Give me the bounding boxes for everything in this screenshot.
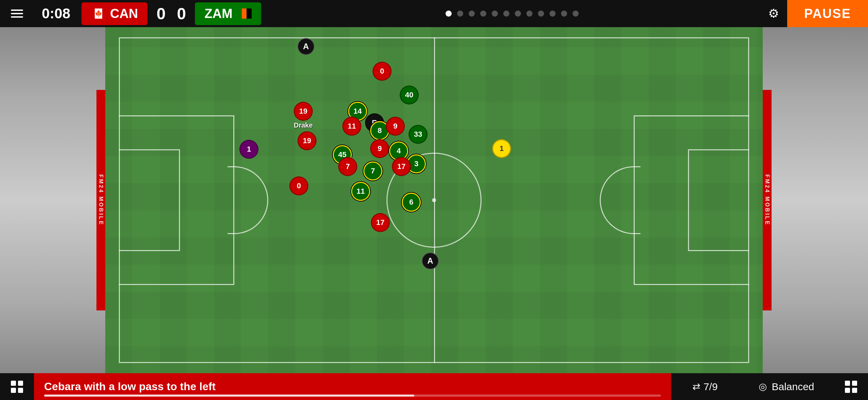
player-drake-label: Drake	[294, 121, 313, 129]
bottom-right-button[interactable]	[834, 373, 868, 400]
left-ad-text: FM24 MOBILE	[98, 174, 104, 226]
player-6-green[interactable]: 6	[402, 193, 421, 212]
player-11-green[interactable]: 11	[351, 182, 370, 201]
center-dot	[432, 198, 436, 202]
player-17-red-top[interactable]: 17	[392, 157, 411, 176]
home-team-badge[interactable]: CAN	[82, 2, 147, 25]
substitution-count[interactable]: ⇄ 7/9	[671, 381, 739, 393]
svg-rect-2	[11, 388, 16, 393]
dot-9	[549, 11, 556, 17]
svg-rect-1	[18, 381, 23, 386]
pause-button[interactable]: PAUSE	[787, 0, 868, 27]
commentary-progress-fill	[44, 395, 414, 397]
player-33-green[interactable]: 33	[409, 125, 428, 144]
home-team-name: CAN	[110, 6, 138, 21]
soccer-field[interactable]: A 0 40 19 Drake 14 11 R 8 9 33 1 19 9 4 …	[105, 27, 763, 373]
player-0-red[interactable]: 0	[373, 62, 392, 81]
right-goal-box	[688, 149, 749, 251]
away-score: 0	[171, 4, 192, 23]
right-ad-strip: FM24 MOBILE	[763, 90, 772, 310]
match-progress-dots	[265, 11, 760, 17]
dot-0	[446, 11, 452, 17]
dot-2	[469, 11, 475, 17]
svg-rect-3	[18, 388, 23, 393]
sub-count-text: 7/9	[704, 381, 718, 393]
player-1-yellow[interactable]: 1	[492, 139, 511, 158]
hamburger-icon	[11, 9, 23, 18]
dot-7	[526, 11, 532, 17]
marker-a-top: A	[297, 38, 314, 55]
grid-icon	[10, 379, 24, 394]
dot-8	[538, 11, 544, 17]
tactic-circle-icon: ◎	[759, 381, 767, 392]
dot-4	[492, 11, 498, 17]
formation-icon	[844, 379, 858, 394]
left-goal-box	[119, 149, 180, 251]
dot-3	[480, 11, 486, 17]
player-7-red[interactable]: 7	[338, 157, 357, 176]
top-bar: 0:08 CAN 0 0 ZAM ⚙ PAUSE	[0, 0, 868, 27]
commentary-bar: Cebara with a low pass to the left	[34, 373, 671, 400]
svg-rect-7	[852, 388, 857, 393]
left-sidebar: FM24 MOBILE	[0, 27, 105, 373]
svg-rect-5	[852, 381, 857, 386]
tactic-info[interactable]: ◎ Balanced	[739, 381, 834, 393]
dot-6	[515, 11, 521, 17]
left-ad-strip: FM24 MOBILE	[96, 90, 105, 310]
svg-rect-4	[845, 381, 850, 386]
menu-button[interactable]	[0, 0, 34, 27]
right-sidebar: FM24 MOBILE	[763, 27, 868, 373]
marker-a-bottom: A	[422, 252, 439, 269]
svg-rect-6	[845, 388, 850, 393]
sub-arrows-icon: ⇄	[692, 381, 700, 392]
commentary-progress-bar	[44, 395, 661, 397]
svg-rect-0	[11, 381, 16, 386]
match-timer: 0:08	[34, 5, 78, 22]
player-17-red-bot[interactable]: 17	[371, 213, 390, 232]
player-19-drake[interactable]: 19	[294, 102, 313, 121]
player-9-red-top[interactable]: 9	[386, 117, 405, 136]
field-container: A 0 40 19 Drake 14 11 R 8 9 33 1 19 9 4 …	[105, 27, 763, 373]
dot-1	[457, 11, 463, 17]
bottom-bar: Cebara with a low pass to the left ⇄ 7/9…	[0, 373, 868, 400]
commentary-text: Cebara with a low pass to the left	[44, 380, 216, 393]
player-40-green[interactable]: 40	[400, 85, 419, 104]
player-1-purple[interactable]: 1	[239, 140, 258, 159]
player-11-red[interactable]: 11	[342, 117, 361, 136]
player-9-red-mid[interactable]: 9	[370, 139, 389, 158]
dot-11	[573, 11, 579, 17]
can-flag-icon	[91, 8, 106, 19]
home-score: 0	[151, 4, 171, 23]
away-team-name: ZAM	[204, 6, 232, 21]
player-7-green[interactable]: 7	[363, 161, 382, 180]
settings-button[interactable]: ⚙	[760, 0, 787, 27]
dot-5	[503, 11, 509, 17]
away-team-badge[interactable]: ZAM	[195, 2, 261, 25]
right-ad-text: FM24 MOBILE	[764, 174, 770, 226]
dot-10	[561, 11, 567, 17]
zam-flag-icon	[237, 8, 252, 19]
player-0-red-2[interactable]: 0	[289, 176, 308, 195]
player-19-red-2[interactable]: 19	[297, 131, 317, 150]
tactic-label: Balanced	[772, 381, 814, 393]
bottom-menu-button[interactable]	[0, 373, 34, 400]
